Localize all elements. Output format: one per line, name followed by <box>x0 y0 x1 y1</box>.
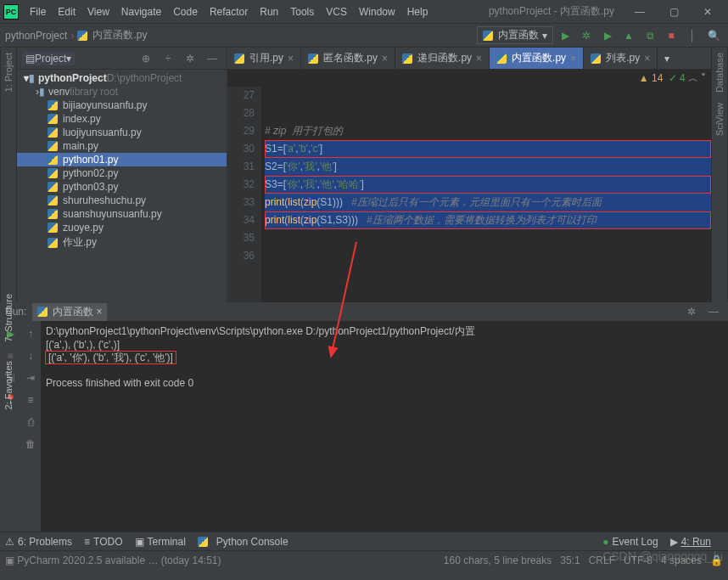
status-caret[interactable]: 35:1 <box>560 555 580 566</box>
tree-file-selected[interactable]: python01.py <box>17 153 227 166</box>
tab[interactable]: 匿名函数.py× <box>301 48 395 69</box>
warning-icon[interactable]: ▲ 14 <box>639 72 664 84</box>
check-icon[interactable]: ✓ 4 <box>669 72 686 84</box>
menu-code[interactable]: Code <box>167 6 204 18</box>
tab[interactable]: 递归函数.py× <box>395 48 490 69</box>
close-icon[interactable]: ✕ <box>691 0 725 24</box>
python-file-icon <box>234 53 244 64</box>
left-toolwindow-strip[interactable]: 1: Project <box>0 48 17 302</box>
python-file-icon <box>37 307 48 317</box>
tree-file[interactable]: suanshuyunsuanfu.py <box>17 207 227 221</box>
python-file-icon <box>48 141 58 151</box>
menu-navigate[interactable]: Navigate <box>115 6 167 18</box>
tree-file[interactable]: python02.py <box>17 166 227 180</box>
project-view-select[interactable]: ▤ Project ▾ <box>22 52 75 65</box>
tab[interactable]: 列表.py× <box>584 48 658 69</box>
menu-window[interactable]: Window <box>353 6 401 18</box>
menu-vcs[interactable]: VCS <box>320 6 353 18</box>
window-title: pythonProject - 内置函数.py <box>489 4 614 19</box>
code-area[interactable]: 272829 303132 333435 36 # zip 用于打包的 S1=[… <box>227 87 711 302</box>
vcs-icon[interactable]: │ <box>683 26 702 45</box>
menu-view[interactable]: View <box>81 6 115 18</box>
stop-icon[interactable]: ■ <box>662 26 680 45</box>
concurrency-icon[interactable]: ⧉ <box>641 26 659 45</box>
tab-event-log[interactable]: ● Event Log <box>602 536 658 548</box>
tree-file[interactable]: zuoye.py <box>17 221 227 234</box>
run-config-select[interactable]: 内置函数 ▾ <box>477 26 553 44</box>
close-tab-icon[interactable]: × <box>570 53 576 65</box>
gear-icon[interactable]: ✲ <box>181 49 199 68</box>
close-tab-icon[interactable]: × <box>96 306 102 318</box>
print-icon[interactable]: ⎙ <box>21 413 40 431</box>
menu-run[interactable]: Run <box>254 6 284 18</box>
menu-help[interactable]: Help <box>401 6 434 18</box>
tabs-overflow[interactable]: ▾ <box>658 48 676 69</box>
locate-icon[interactable]: ⊕ <box>137 49 155 68</box>
close-tab-icon[interactable]: × <box>382 53 388 65</box>
tree-file[interactable]: index.py <box>17 112 227 126</box>
hide-panel-icon[interactable]: — <box>704 302 723 321</box>
tab-todo[interactable]: ≡ TODO <box>84 536 122 548</box>
down-icon[interactable]: ↓ <box>21 346 40 365</box>
python-file-icon <box>308 53 318 64</box>
tree-file[interactable]: main.py <box>17 139 227 153</box>
tree-project-root[interactable]: ▾ ▮pythonProject D:\pythonProject <box>17 71 227 85</box>
tab-run[interactable]: ▶ 4: Run <box>670 536 711 548</box>
tree-file[interactable]: luojiyunsuanfu.py <box>17 126 227 139</box>
console[interactable]: D:\pythonProject1\pythonProject\venv\Scr… <box>41 321 728 532</box>
gear-icon[interactable]: ✲ <box>682 302 701 321</box>
editor-tabs: 引用.py× 匿名函数.py× 递归函数.py× 内置函数.py× 列表.py×… <box>227 48 711 70</box>
expand-icon[interactable]: ÷ <box>159 49 177 68</box>
run-tab[interactable]: 内置函数 × <box>32 303 107 321</box>
inspections-menu-icon[interactable]: ︿ ˅ <box>688 71 706 86</box>
breadcrumb[interactable]: pythonProject › 内置函数.py <box>5 28 147 42</box>
minimize-icon[interactable]: — <box>623 0 657 24</box>
watermark: CSDN @qiangqqqq_lu <box>602 549 723 563</box>
close-tab-icon[interactable]: × <box>644 53 650 65</box>
menu-refactor[interactable]: Refactor <box>204 6 254 18</box>
maximize-icon[interactable]: ▢ <box>657 0 691 24</box>
tree-file[interactable]: bijiaoyunsuanfu.py <box>17 99 227 112</box>
status-message[interactable]: ▣ PyCharm 2020.2.5 available … (today 14… <box>5 555 221 566</box>
console-exit: Process finished with exit code 0 <box>46 377 723 389</box>
strip-structure[interactable]: 7: Structure <box>3 289 14 347</box>
tree-file[interactable]: 作业.py <box>17 234 227 251</box>
close-tab-icon[interactable]: × <box>288 53 294 65</box>
debug-icon[interactable]: ✲ <box>577 26 596 45</box>
menu-file[interactable]: File <box>24 6 52 18</box>
tab[interactable]: 引用.py× <box>227 48 301 69</box>
close-tab-icon[interactable]: × <box>476 53 482 65</box>
python-file-icon <box>48 195 58 206</box>
strip-favorites[interactable]: 2: Favorites <box>3 356 14 414</box>
editor: 引用.py× 匿名函数.py× 递归函数.py× 内置函数.py× 列表.py×… <box>227 48 711 302</box>
coverage-icon[interactable]: ▶ <box>598 26 617 45</box>
tab-problems[interactable]: ⚠ 6: Problems <box>5 536 72 548</box>
tree-venv[interactable]: › ▮venv library root <box>17 85 227 99</box>
search-icon[interactable]: 🔍 <box>704 26 723 45</box>
menu-edit[interactable]: Edit <box>52 6 81 18</box>
tab-terminal[interactable]: ▣ Terminal <box>135 536 186 548</box>
python-file-icon <box>48 182 58 192</box>
python-file-icon <box>198 537 208 547</box>
tree-file[interactable]: python03.py <box>17 180 227 194</box>
project-tree[interactable]: ▾ ▮pythonProject D:\pythonProject › ▮ven… <box>17 70 227 302</box>
run-icon[interactable]: ▶ <box>556 26 574 45</box>
menu-tools[interactable]: Tools <box>284 6 320 18</box>
bottom-toolbar: ⚠ 6: Problems ≡ TODO ▣ Terminal Python C… <box>0 532 728 550</box>
right-toolwindow-strip[interactable]: Database SciView <box>711 48 728 302</box>
tab-active[interactable]: 内置函数.py× <box>490 48 584 69</box>
trash-icon[interactable]: 🗑 <box>21 435 40 453</box>
breadcrumb-project[interactable]: pythonProject <box>5 30 67 42</box>
strip-sciview[interactable]: SciView <box>714 98 725 141</box>
code[interactable]: # zip 用于打包的 S1=['a','b','c'] S2=['你','我'… <box>261 87 711 302</box>
strip-database[interactable]: Database <box>714 48 725 98</box>
profile-icon[interactable]: ▲ <box>619 26 638 45</box>
wrap-icon[interactable]: ⇥ <box>21 369 40 387</box>
hide-panel-icon[interactable]: — <box>203 49 221 68</box>
tab-python-console[interactable]: Python Console <box>198 536 288 548</box>
strip-project[interactable]: 1: Project <box>3 48 14 97</box>
up-icon[interactable]: ↑ <box>21 324 40 343</box>
tree-file[interactable]: shuruheshuchu.py <box>17 194 227 207</box>
scroll-icon[interactable]: ≡ <box>21 391 40 409</box>
breadcrumb-file[interactable]: 内置函数.py <box>92 28 147 42</box>
